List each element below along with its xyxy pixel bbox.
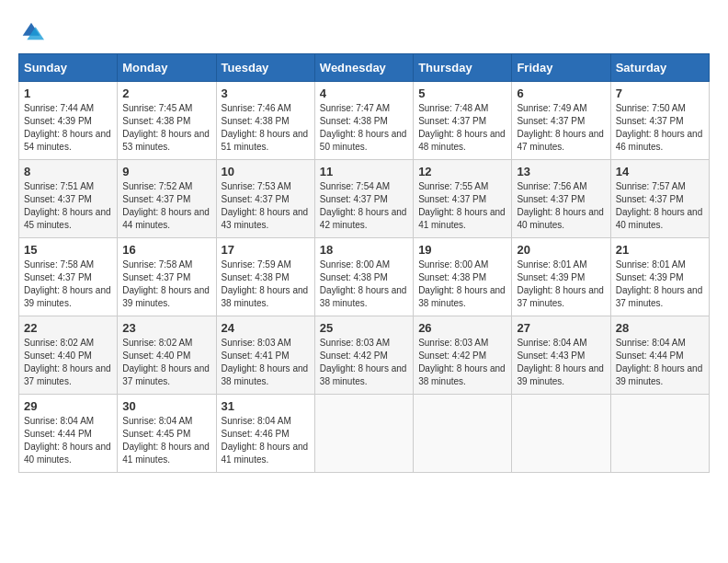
day-number: 29 — [24, 399, 112, 413]
day-number: 16 — [122, 243, 210, 257]
calendar-cell: 25 Sunrise: 8:03 AM Sunset: 4:42 PM Dayl… — [314, 316, 413, 395]
weekday-header-row: SundayMondayTuesdayWednesdayThursdayFrid… — [19, 54, 710, 82]
calendar-cell: 21 Sunrise: 8:01 AM Sunset: 4:39 PM Dayl… — [610, 238, 709, 316]
calendar-week-4: 22 Sunrise: 8:02 AM Sunset: 4:40 PM Dayl… — [19, 316, 710, 395]
day-info: Sunrise: 7:53 AM Sunset: 4:37 PM Dayligh… — [222, 180, 310, 232]
day-number: 9 — [122, 165, 210, 178]
day-number: 27 — [517, 321, 605, 335]
calendar-cell: 28 Sunrise: 8:04 AM Sunset: 4:44 PM Dayl… — [610, 316, 709, 395]
day-info: Sunrise: 7:57 AM Sunset: 4:37 PM Dayligh… — [616, 180, 704, 232]
weekday-header-saturday: Saturday — [610, 54, 709, 82]
calendar-body: 1 Sunrise: 7:44 AM Sunset: 4:39 PM Dayli… — [19, 82, 710, 473]
calendar-cell: 6 Sunrise: 7:49 AM Sunset: 4:37 PM Dayli… — [512, 82, 610, 160]
day-info: Sunrise: 8:00 AM Sunset: 4:38 PM Dayligh… — [418, 259, 506, 310]
calendar-cell: 27 Sunrise: 8:04 AM Sunset: 4:43 PM Dayl… — [512, 316, 610, 395]
calendar-cell: 4 Sunrise: 7:47 AM Sunset: 4:38 PM Dayli… — [314, 82, 413, 160]
day-info: Sunrise: 8:02 AM Sunset: 4:40 PM Dayligh… — [24, 337, 112, 388]
day-number: 14 — [616, 165, 704, 178]
logo-icon — [18, 18, 44, 44]
day-info: Sunrise: 8:00 AM Sunset: 4:38 PM Dayligh… — [320, 259, 408, 310]
calendar-cell — [314, 395, 413, 473]
calendar-cell: 14 Sunrise: 7:57 AM Sunset: 4:37 PM Dayl… — [610, 160, 709, 238]
calendar-cell: 13 Sunrise: 7:56 AM Sunset: 4:37 PM Dayl… — [512, 160, 610, 238]
day-info: Sunrise: 7:54 AM Sunset: 4:37 PM Dayligh… — [320, 180, 408, 232]
calendar-week-5: 29 Sunrise: 8:04 AM Sunset: 4:44 PM Dayl… — [19, 395, 710, 473]
weekday-header-thursday: Thursday — [414, 54, 512, 82]
day-info: Sunrise: 8:04 AM Sunset: 4:46 PM Dayligh… — [222, 415, 310, 466]
calendar-cell: 17 Sunrise: 7:59 AM Sunset: 4:38 PM Dayl… — [216, 238, 314, 316]
day-info: Sunrise: 7:58 AM Sunset: 4:37 PM Dayligh… — [122, 259, 210, 310]
day-number: 21 — [616, 243, 704, 257]
day-number: 28 — [616, 321, 704, 335]
day-number: 18 — [320, 243, 408, 257]
day-info: Sunrise: 7:49 AM Sunset: 4:37 PM Dayligh… — [517, 102, 605, 154]
calendar-cell — [610, 395, 709, 473]
day-number: 20 — [517, 243, 605, 257]
day-info: Sunrise: 8:01 AM Sunset: 4:39 PM Dayligh… — [517, 259, 605, 310]
day-info: Sunrise: 7:48 AM Sunset: 4:37 PM Dayligh… — [418, 102, 506, 154]
day-info: Sunrise: 8:03 AM Sunset: 4:42 PM Dayligh… — [320, 337, 408, 388]
calendar-cell: 19 Sunrise: 8:00 AM Sunset: 4:38 PM Dayl… — [414, 238, 512, 316]
day-number: 6 — [517, 86, 605, 100]
weekday-header-tuesday: Tuesday — [216, 54, 314, 82]
calendar-cell: 20 Sunrise: 8:01 AM Sunset: 4:39 PM Dayl… — [512, 238, 610, 316]
calendar-cell: 12 Sunrise: 7:55 AM Sunset: 4:37 PM Dayl… — [414, 160, 512, 238]
header — [18, 18, 710, 44]
day-number: 1 — [24, 86, 112, 100]
calendar-cell: 5 Sunrise: 7:48 AM Sunset: 4:37 PM Dayli… — [414, 82, 512, 160]
calendar-cell: 1 Sunrise: 7:44 AM Sunset: 4:39 PM Dayli… — [19, 82, 118, 160]
day-info: Sunrise: 8:03 AM Sunset: 4:42 PM Dayligh… — [418, 337, 506, 388]
day-number: 3 — [222, 86, 310, 100]
day-info: Sunrise: 7:50 AM Sunset: 4:37 PM Dayligh… — [616, 102, 704, 154]
day-info: Sunrise: 8:04 AM Sunset: 4:45 PM Dayligh… — [122, 415, 210, 466]
day-number: 10 — [222, 165, 310, 178]
calendar-cell: 18 Sunrise: 8:00 AM Sunset: 4:38 PM Dayl… — [314, 238, 413, 316]
day-number: 23 — [122, 321, 210, 335]
day-info: Sunrise: 7:56 AM Sunset: 4:37 PM Dayligh… — [517, 180, 605, 232]
calendar-cell: 15 Sunrise: 7:58 AM Sunset: 4:37 PM Dayl… — [19, 238, 118, 316]
calendar-cell: 26 Sunrise: 8:03 AM Sunset: 4:42 PM Dayl… — [414, 316, 512, 395]
calendar-cell: 9 Sunrise: 7:52 AM Sunset: 4:37 PM Dayli… — [118, 160, 216, 238]
calendar-week-3: 15 Sunrise: 7:58 AM Sunset: 4:37 PM Dayl… — [19, 238, 710, 316]
day-info: Sunrise: 7:59 AM Sunset: 4:38 PM Dayligh… — [222, 259, 310, 310]
calendar-cell: 23 Sunrise: 8:02 AM Sunset: 4:40 PM Dayl… — [118, 316, 216, 395]
calendar-cell: 30 Sunrise: 8:04 AM Sunset: 4:45 PM Dayl… — [118, 395, 216, 473]
day-info: Sunrise: 8:03 AM Sunset: 4:41 PM Dayligh… — [222, 337, 310, 388]
weekday-header-friday: Friday — [512, 54, 610, 82]
weekday-header-sunday: Sunday — [19, 54, 118, 82]
calendar-week-2: 8 Sunrise: 7:51 AM Sunset: 4:37 PM Dayli… — [19, 160, 710, 238]
calendar-cell: 29 Sunrise: 8:04 AM Sunset: 4:44 PM Dayl… — [19, 395, 118, 473]
day-number: 11 — [320, 165, 408, 178]
calendar-cell: 22 Sunrise: 8:02 AM Sunset: 4:40 PM Dayl… — [19, 316, 118, 395]
weekday-header-monday: Monday — [118, 54, 216, 82]
day-info: Sunrise: 7:52 AM Sunset: 4:37 PM Dayligh… — [122, 180, 210, 232]
calendar-cell: 31 Sunrise: 8:04 AM Sunset: 4:46 PM Dayl… — [216, 395, 314, 473]
day-number: 30 — [122, 399, 210, 413]
day-number: 12 — [418, 165, 506, 178]
day-info: Sunrise: 8:02 AM Sunset: 4:40 PM Dayligh… — [122, 337, 210, 388]
day-info: Sunrise: 8:04 AM Sunset: 4:44 PM Dayligh… — [24, 415, 112, 466]
day-info: Sunrise: 7:45 AM Sunset: 4:38 PM Dayligh… — [122, 102, 210, 154]
day-info: Sunrise: 7:51 AM Sunset: 4:37 PM Dayligh… — [24, 180, 112, 232]
day-info: Sunrise: 8:04 AM Sunset: 4:43 PM Dayligh… — [517, 337, 605, 388]
day-info: Sunrise: 7:47 AM Sunset: 4:38 PM Dayligh… — [320, 102, 408, 154]
day-number: 15 — [24, 243, 112, 257]
calendar-week-1: 1 Sunrise: 7:44 AM Sunset: 4:39 PM Dayli… — [19, 82, 710, 160]
calendar-cell — [512, 395, 610, 473]
calendar-cell: 10 Sunrise: 7:53 AM Sunset: 4:37 PM Dayl… — [216, 160, 314, 238]
day-number: 26 — [418, 321, 506, 335]
day-number: 2 — [122, 86, 210, 100]
day-info: Sunrise: 7:46 AM Sunset: 4:38 PM Dayligh… — [222, 102, 310, 154]
day-number: 13 — [517, 165, 605, 178]
calendar-cell: 2 Sunrise: 7:45 AM Sunset: 4:38 PM Dayli… — [118, 82, 216, 160]
day-number: 7 — [616, 86, 704, 100]
day-info: Sunrise: 7:55 AM Sunset: 4:37 PM Dayligh… — [418, 180, 506, 232]
calendar-cell: 8 Sunrise: 7:51 AM Sunset: 4:37 PM Dayli… — [19, 160, 118, 238]
calendar-table: SundayMondayTuesdayWednesdayThursdayFrid… — [18, 53, 710, 473]
day-number: 8 — [24, 165, 112, 178]
day-number: 22 — [24, 321, 112, 335]
day-info: Sunrise: 8:04 AM Sunset: 4:44 PM Dayligh… — [616, 337, 704, 388]
day-info: Sunrise: 7:58 AM Sunset: 4:37 PM Dayligh… — [24, 259, 112, 310]
day-number: 17 — [222, 243, 310, 257]
calendar-cell: 16 Sunrise: 7:58 AM Sunset: 4:37 PM Dayl… — [118, 238, 216, 316]
